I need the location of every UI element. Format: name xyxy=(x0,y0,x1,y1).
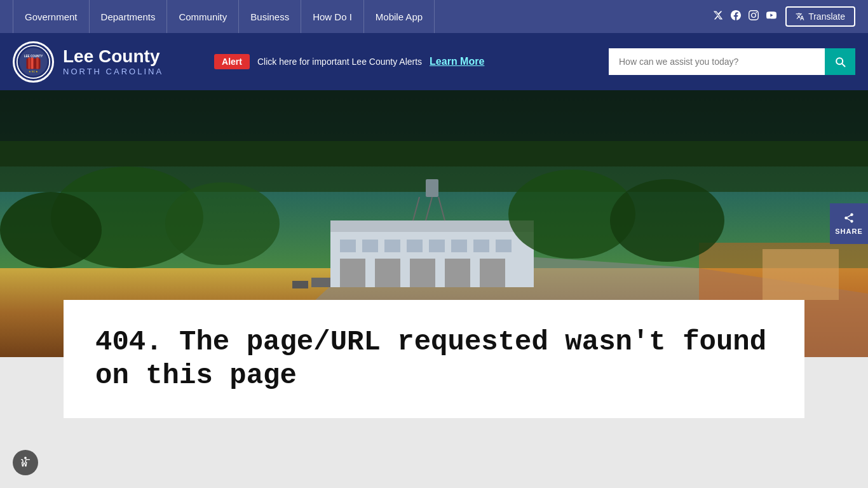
nav-community[interactable]: Community xyxy=(167,0,239,33)
svg-rect-4 xyxy=(28,57,31,69)
content-area xyxy=(0,418,868,488)
share-label: SHARE xyxy=(835,227,863,235)
error-title: 404. The page/URL requested wasn't found… xyxy=(95,325,773,393)
svg-rect-17 xyxy=(407,240,423,252)
search-area xyxy=(609,48,855,75)
nav-business[interactable]: Business xyxy=(239,0,301,33)
svg-rect-22 xyxy=(340,259,365,287)
svg-rect-18 xyxy=(429,240,445,252)
svg-rect-19 xyxy=(451,240,467,252)
nav-mobile-app[interactable]: Mobile App xyxy=(364,0,435,33)
nav-how-do-i[interactable]: How Do I xyxy=(301,0,364,33)
county-name-text: Lee County NORTH CAROLINA xyxy=(63,47,163,76)
svg-rect-38 xyxy=(311,278,330,287)
share-button[interactable]: SHARE xyxy=(830,203,868,244)
svg-rect-16 xyxy=(384,240,400,252)
alert-banner: Alert Click here for important Lee Count… xyxy=(214,54,484,69)
youtube-icon[interactable] xyxy=(766,10,776,23)
svg-rect-5 xyxy=(31,57,34,69)
county-main-name: Lee County xyxy=(63,47,163,67)
facebook-icon[interactable] xyxy=(731,10,741,23)
translate-label: Translate xyxy=(808,11,845,22)
nav-government[interactable]: Government xyxy=(13,0,90,33)
error-content-area: 404. The page/URL requested wasn't found… xyxy=(0,300,868,488)
alert-badge: Alert xyxy=(214,54,250,69)
nav-right: Translate xyxy=(713,6,855,27)
nav-departments[interactable]: Departments xyxy=(90,0,168,33)
svg-rect-39 xyxy=(292,281,308,288)
svg-rect-13 xyxy=(330,220,534,232)
svg-point-34 xyxy=(0,192,102,268)
svg-text:LEE COUNTY: LEE COUNTY xyxy=(24,55,43,58)
instagram-icon[interactable] xyxy=(749,10,759,23)
svg-rect-23 xyxy=(375,259,400,287)
svg-point-37 xyxy=(610,179,724,262)
search-input[interactable] xyxy=(609,48,825,75)
twitter-icon[interactable] xyxy=(713,10,723,23)
accessibility-button[interactable] xyxy=(13,450,38,475)
svg-point-35 xyxy=(165,182,280,265)
social-icons xyxy=(713,10,776,23)
svg-rect-6 xyxy=(36,57,39,69)
svg-rect-24 xyxy=(410,259,435,287)
svg-rect-21 xyxy=(496,240,512,252)
svg-text:★ NC ★: ★ NC ★ xyxy=(29,71,38,73)
svg-rect-32 xyxy=(763,249,839,300)
svg-point-40 xyxy=(24,457,27,459)
county-sub-name: NORTH CAROLINA xyxy=(63,67,163,76)
error-section: 404. The page/URL requested wasn't found… xyxy=(64,300,804,418)
nav-links: Government Departments Community Busines… xyxy=(13,0,435,33)
alert-text: Click here for important Lee County Aler… xyxy=(257,57,422,67)
svg-rect-15 xyxy=(362,240,378,252)
svg-rect-25 xyxy=(445,259,470,287)
logo-link[interactable]: LEE COUNTY ★ NC ★ Lee County NORTH CAROL… xyxy=(13,41,163,83)
svg-rect-20 xyxy=(473,240,489,252)
top-navigation: Government Departments Community Busines… xyxy=(0,0,868,33)
search-button[interactable] xyxy=(825,48,855,75)
svg-rect-27 xyxy=(426,179,438,197)
translate-button[interactable]: Translate xyxy=(785,6,855,27)
site-header: LEE COUNTY ★ NC ★ Lee County NORTH CAROL… xyxy=(0,33,868,90)
svg-rect-26 xyxy=(480,259,505,287)
county-seal: LEE COUNTY ★ NC ★ xyxy=(13,41,54,83)
svg-rect-14 xyxy=(340,240,356,252)
alert-learn-more-link[interactable]: Learn More xyxy=(430,56,484,67)
